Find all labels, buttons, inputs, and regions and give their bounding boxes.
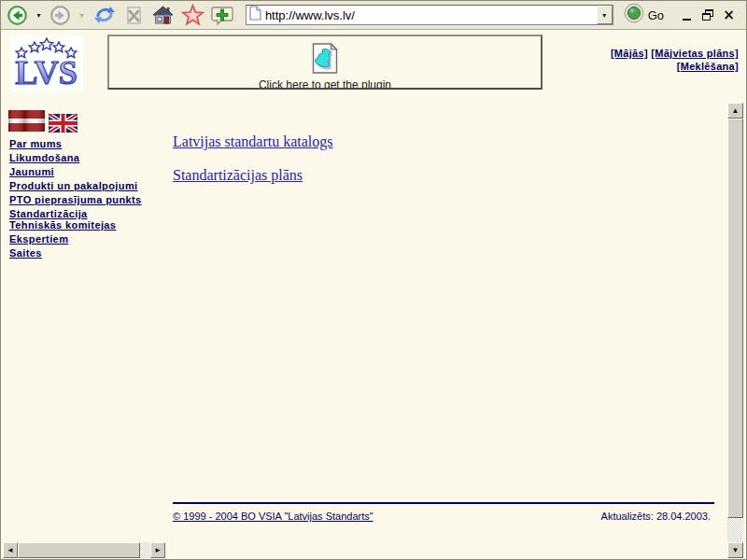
arrow-left-icon: ◄ xyxy=(7,547,14,554)
favorites-button[interactable] xyxy=(179,3,206,27)
lvs-logo-text: LVS xyxy=(15,54,78,91)
home-button[interactable] xyxy=(149,3,176,27)
browser-toolbar: ▼ ▼ xyxy=(1,1,746,30)
arrow-right-icon: ► xyxy=(154,547,162,554)
go-button[interactable]: Go xyxy=(620,3,669,27)
plugin-banner-link[interactable]: Click here to get the plugin xyxy=(109,78,541,90)
browser-window: ▼ ▼ xyxy=(0,0,747,560)
restore-button[interactable] xyxy=(702,9,714,21)
horizontal-scrollbar[interactable]: ◄ ► xyxy=(3,542,165,558)
link-standartizacijas-plans[interactable]: Standartizācijas plāns xyxy=(173,167,303,184)
refresh-button[interactable] xyxy=(91,3,119,27)
footer-copyright-link[interactable]: © 1999 - 2004 BO VSIA "Latvijas Standart… xyxy=(173,511,374,522)
scroll-down-button[interactable]: ▼ xyxy=(727,542,743,558)
vertical-scrollbar[interactable]: ▲ ▼ xyxy=(727,103,743,558)
arrow-up-icon: ▲ xyxy=(732,107,740,115)
sidebar-item-pto[interactable]: PTO pieprasījuma punkts xyxy=(9,194,142,205)
scroll-up-button[interactable]: ▲ xyxy=(727,103,743,119)
refresh-icon xyxy=(92,4,117,26)
chevron-down-icon: ▼ xyxy=(78,12,86,19)
menu-item: Par mums xyxy=(9,135,142,149)
address-bar[interactable]: ▼ xyxy=(246,5,613,25)
menu-item: Saites xyxy=(9,245,142,259)
page-content: LVS Click here to get the plugin [Mājās]… xyxy=(2,31,745,558)
sidebar-item-likumdosana[interactable]: Likumdošana xyxy=(9,152,79,163)
plugin-puzzle-icon[interactable] xyxy=(311,42,340,79)
lvs-logo[interactable]: LVS xyxy=(9,35,83,91)
sidebar-item-saites[interactable]: Saites xyxy=(9,247,42,259)
favorites-star-icon xyxy=(181,4,204,26)
language-flags xyxy=(8,110,78,136)
menu-item: PTO pieprasījuma punkts xyxy=(9,191,142,205)
footer-updated-date: Aktualizēts: 28.04.2003. xyxy=(601,511,711,522)
stop-icon xyxy=(123,5,145,26)
top-link-majvietas-plans[interactable]: [Mājvietas plāns] xyxy=(651,48,739,59)
forward-button[interactable] xyxy=(48,3,73,27)
back-dropdown-button[interactable]: ▼ xyxy=(33,3,45,27)
menu-item: Tehniskās komitejas xyxy=(9,217,142,231)
page-icon xyxy=(249,6,261,24)
horizontal-scroll-thumb[interactable] xyxy=(18,542,140,558)
scroll-right-button[interactable]: ► xyxy=(150,542,165,558)
back-button[interactable] xyxy=(5,3,30,27)
arrow-down-icon: ▼ xyxy=(732,547,740,554)
sidebar-item-par-mums[interactable]: Par mums xyxy=(9,138,62,149)
menu-item: Ekspertiem xyxy=(9,231,142,245)
go-icon xyxy=(624,3,644,27)
chevron-down-icon: ▼ xyxy=(601,12,608,19)
vertical-scroll-track[interactable] xyxy=(727,518,743,542)
home-icon xyxy=(151,5,175,26)
minimize-button[interactable] xyxy=(682,9,694,21)
stop-button[interactable] xyxy=(121,3,147,27)
url-input[interactable] xyxy=(265,8,597,22)
forward-dropdown-button[interactable]: ▼ xyxy=(76,3,88,27)
sidebar-item-ekspertiem[interactable]: Ekspertiem xyxy=(9,233,68,245)
sidebar-item-produkti[interactable]: Produkti un pakalpojumi xyxy=(9,180,138,191)
plugin-banner: Click here to get the plugin xyxy=(107,35,543,90)
top-link-meklesana[interactable]: [Meklēšana] xyxy=(677,61,739,72)
url-dropdown-button[interactable]: ▼ xyxy=(597,6,613,24)
back-icon xyxy=(7,5,28,26)
menu-item: Likumdošana xyxy=(9,149,142,163)
add-page-icon xyxy=(211,5,233,25)
footer-divider xyxy=(173,502,714,504)
sidebar-menu: Par mums Likumdošana Jaunumi Produkti un… xyxy=(9,135,142,259)
menu-item: Produkti un pakalpojumi xyxy=(9,177,142,191)
sidebar-item-jaunumi[interactable]: Jaunumi xyxy=(9,166,54,177)
chevron-down-icon: ▼ xyxy=(35,12,43,19)
scroll-left-button[interactable]: ◄ xyxy=(3,542,18,558)
horizontal-scroll-track[interactable] xyxy=(140,542,150,558)
menu-item: Jaunumi xyxy=(9,163,142,177)
vertical-scroll-thumb[interactable] xyxy=(727,119,743,518)
forward-icon xyxy=(49,5,71,26)
top-navigation: [Mājās] [Mājvietas plāns] [Meklēšana] xyxy=(611,47,739,73)
latvian-flag[interactable] xyxy=(8,110,45,135)
add-page-button[interactable] xyxy=(209,3,235,27)
go-button-label: Go xyxy=(648,8,664,22)
close-button[interactable]: × xyxy=(723,9,735,21)
uk-flag[interactable] xyxy=(49,114,78,136)
window-controls: × xyxy=(672,9,740,21)
top-link-majas[interactable]: [Mājās] xyxy=(611,48,648,59)
link-standartu-katalogs[interactable]: Latvijas standartu katalogs xyxy=(173,133,333,150)
sidebar-item-tehniskas-komitejas[interactable]: Tehniskās komitejas xyxy=(9,219,116,231)
